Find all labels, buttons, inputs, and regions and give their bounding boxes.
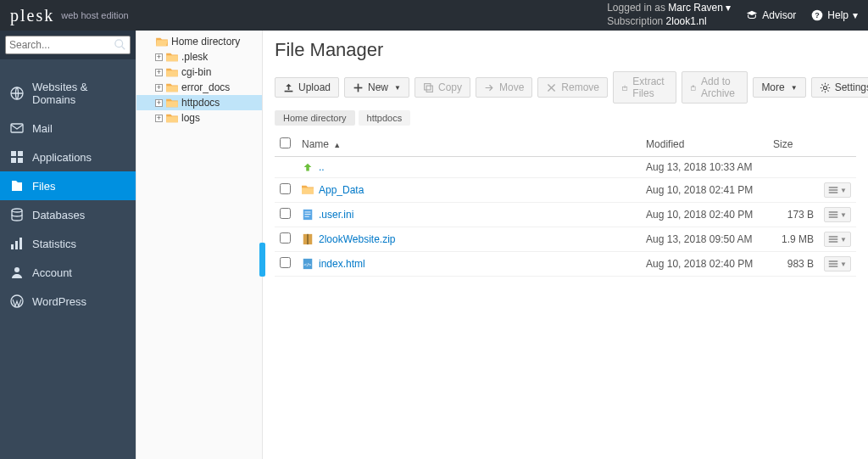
row-actions-button[interactable]: ▼: [824, 256, 851, 271]
chevron-down-icon: ▼: [791, 84, 798, 92]
sidebar-item-statistics[interactable]: Statistics: [0, 229, 136, 258]
expand-toggle[interactable]: +: [155, 84, 163, 92]
tree-collapse-handle[interactable]: [259, 243, 265, 277]
sidebar-item-label: WordPress: [32, 295, 86, 308]
subscription-link[interactable]: 2look1.nl: [666, 15, 707, 27]
tree-label: httpdocs: [181, 97, 220, 109]
row-checkbox[interactable]: [280, 208, 291, 219]
login-info: Logged in as Marc Raven ▾ Subscription 2…: [607, 2, 731, 28]
tree-label: cgi-bin: [181, 66, 211, 78]
select-all-checkbox[interactable]: [280, 137, 291, 148]
row-checkbox[interactable]: [280, 257, 291, 268]
sidebar-item-wordpress[interactable]: WordPress: [0, 287, 136, 316]
modified-cell: Aug 10, 2018 02:40 PM: [641, 203, 768, 227]
top-header: plesk web host edition Logged in as Marc…: [0, 0, 868, 31]
advisor-link[interactable]: Advisor: [746, 9, 796, 21]
table-row: App_Data Aug 10, 2018 02:41 PM ▼: [275, 178, 856, 203]
sidebar-item-databases[interactable]: Databases: [0, 200, 136, 229]
sidebar-item-files[interactable]: Files: [0, 171, 136, 200]
column-modified[interactable]: Modified: [641, 132, 768, 157]
svg-rect-29: [305, 216, 309, 217]
chevron-down-icon: ▼: [840, 260, 847, 268]
archive-icon: [690, 82, 697, 93]
row-checkbox[interactable]: [280, 232, 291, 243]
folder-icon: [302, 184, 314, 196]
column-size[interactable]: Size: [768, 132, 819, 157]
gear-icon: [820, 82, 831, 93]
sidebar-item-label: Statistics: [32, 238, 76, 250]
menu-icon: [828, 210, 838, 220]
sidebar-item-label: Files: [32, 180, 55, 193]
sidebar-item-account[interactable]: Account: [0, 258, 136, 287]
row-actions-button[interactable]: ▼: [824, 232, 851, 247]
up-link[interactable]: ..: [319, 161, 325, 173]
size-cell: 173 B: [768, 203, 819, 227]
tree-item[interactable]: + cgi-bin: [136, 64, 262, 80]
logged-in-label: Logged in as: [607, 2, 665, 14]
tree-root[interactable]: Home directory: [136, 34, 262, 49]
move-button[interactable]: Move: [476, 77, 532, 98]
html-icon: </>: [302, 258, 314, 270]
tree-label: error_docs: [181, 81, 230, 93]
remove-icon: [546, 82, 557, 93]
new-button[interactable]: New▼: [344, 77, 409, 98]
column-name[interactable]: Name ▲: [297, 132, 641, 157]
table-row: .user.ini Aug 10, 2018 02:40 PM 173 B ▼: [275, 203, 856, 227]
sidebar-item-mail[interactable]: Mail: [0, 114, 136, 143]
row-checkbox[interactable]: [280, 183, 291, 194]
extract-button[interactable]: Extract Files: [613, 71, 676, 104]
expand-toggle[interactable]: +: [155, 115, 163, 122]
breadcrumb-item[interactable]: httpdocs: [359, 110, 411, 126]
file-table: Name ▲ Modified Size .. Aug 13, 2018 10:…: [275, 132, 856, 277]
copy-button[interactable]: Copy: [415, 77, 470, 98]
globe-icon: [10, 87, 24, 100]
settings-button[interactable]: Settings: [811, 77, 868, 98]
table-row-up[interactable]: .. Aug 13, 2018 10:33 AM: [275, 157, 856, 178]
archive-button[interactable]: Add to Archive: [682, 71, 748, 104]
search-input[interactable]: [5, 36, 131, 54]
file-link[interactable]: index.html: [319, 258, 365, 270]
help-menu[interactable]: Help ▾: [811, 9, 858, 21]
subscription-label: Subscription: [607, 15, 663, 27]
sort-asc-icon: ▲: [333, 141, 341, 149]
mail-icon: [10, 121, 24, 135]
folder-icon: [166, 82, 178, 92]
tree-item[interactable]: + httpdocs: [136, 95, 262, 110]
svg-rect-27: [305, 212, 311, 213]
upload-icon: [283, 82, 294, 93]
file-link[interactable]: App_Data: [319, 184, 364, 196]
toolbar: Upload New▼ Copy Move Remove Extract Fil…: [275, 71, 856, 104]
copy-icon: [423, 82, 434, 93]
breadcrumb-item[interactable]: Home directory: [275, 110, 355, 126]
row-actions-button[interactable]: ▼: [824, 207, 851, 222]
expand-toggle[interactable]: +: [155, 99, 163, 107]
chevron-down-icon: ▼: [840, 236, 847, 243]
wordpress-icon: [10, 294, 24, 308]
tree-item[interactable]: + error_docs: [136, 80, 262, 95]
expand-toggle[interactable]: +: [155, 53, 163, 61]
row-actions-button[interactable]: ▼: [824, 182, 851, 198]
move-icon: [484, 82, 495, 93]
remove-button[interactable]: Remove: [537, 77, 608, 98]
folder-icon: [166, 67, 178, 77]
modified-cell: Aug 13, 2018 10:33 AM: [641, 157, 768, 178]
tree-label: Home directory: [171, 36, 240, 48]
expand-toggle[interactable]: +: [155, 69, 163, 76]
folder-open-icon: [156, 36, 168, 47]
svg-rect-31: [307, 234, 309, 244]
sidebar-item-websites[interactable]: Websites & Domains: [0, 73, 136, 114]
more-button[interactable]: More▼: [753, 77, 805, 98]
folder-icon: [166, 113, 178, 123]
menu-icon: [828, 259, 838, 269]
breadcrumb: Home directory httpdocs: [275, 110, 856, 126]
file-link[interactable]: 2lookWebsite.zip: [319, 233, 396, 245]
size-cell: 1.9 MB: [768, 227, 819, 252]
size-cell: 983 B: [768, 252, 819, 277]
tree-item[interactable]: + .plesk: [136, 49, 262, 64]
search-icon: [114, 39, 126, 51]
user-menu[interactable]: Marc Raven ▾: [668, 2, 731, 14]
upload-button[interactable]: Upload: [275, 77, 339, 98]
sidebar-item-applications[interactable]: Applications: [0, 143, 136, 171]
tree-item[interactable]: + logs: [136, 110, 262, 126]
file-link[interactable]: .user.ini: [319, 209, 353, 221]
